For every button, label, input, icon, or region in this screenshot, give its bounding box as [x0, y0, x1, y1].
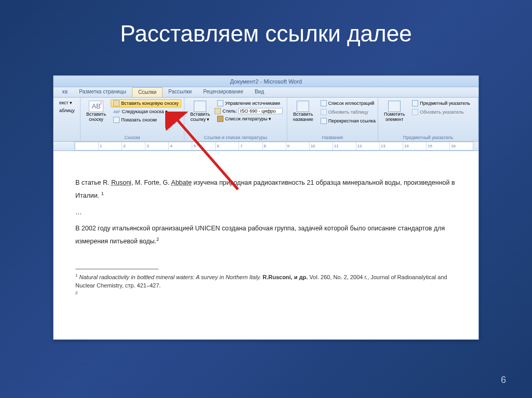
- update-index-icon: [412, 109, 418, 115]
- style-icon: [215, 108, 221, 114]
- ruler-mark: 13: [379, 142, 403, 150]
- horizontal-ruler[interactable]: 1 2 3 4 5 6 7 8 9 10 11 12 13 14 15 16: [54, 142, 478, 151]
- tab-view[interactable]: Вид: [249, 87, 270, 97]
- insert-caption-button[interactable]: Вставить название: [290, 99, 316, 124]
- endnote-icon: [113, 100, 119, 106]
- tab-partial-left[interactable]: ка: [57, 87, 73, 97]
- ribbon-tabstrip: ка Разметка страницы Ссылки Рассылки Рец…: [54, 87, 478, 98]
- index-icon: [412, 100, 418, 106]
- ruler-mark: 8: [262, 142, 286, 150]
- ribbon: екст ▾ аблицу AB Вставить сноску Вставит…: [54, 98, 478, 142]
- ruler-mark: 6: [215, 142, 238, 150]
- next-footnote-button[interactable]: AB¹ Следующая сноска ▾: [111, 108, 181, 115]
- ruler-mark: 14: [403, 142, 426, 150]
- footnote-1[interactable]: 1 Natural radioactivity in bottled miner…: [75, 272, 457, 290]
- group-index-label: Предметный указатель: [378, 135, 478, 140]
- insert-footnote-button[interactable]: AB Вставить сноску: [84, 99, 109, 124]
- sources-icon: [217, 100, 223, 106]
- ruler-mark: [75, 142, 98, 150]
- footnote-2[interactable]: 2: [75, 290, 457, 299]
- toc-table-button[interactable]: аблицу: [57, 107, 77, 114]
- footnote-ref-1: 1: [101, 191, 104, 196]
- slide-title: Расставляем ссылки далее: [0, 0, 532, 57]
- ruler-mark: 1: [98, 142, 122, 150]
- tab-page-layout[interactable]: Разметка страницы: [73, 87, 132, 97]
- biblio-icon: [217, 116, 223, 122]
- caption-icon: [297, 101, 309, 112]
- footnote-ref-2: 2: [156, 237, 159, 242]
- style-label: Стиль:: [222, 108, 237, 114]
- ruler-mark: 16: [449, 142, 473, 150]
- group-captions-label: Названия: [287, 135, 378, 140]
- tab-references[interactable]: Ссылки: [132, 87, 163, 97]
- ruler-mark: 11: [332, 142, 356, 150]
- update-icon: [321, 109, 327, 115]
- window-titlebar: Документ2 - Microsoft Word: [54, 76, 478, 87]
- ruler-mark: 4: [168, 142, 192, 150]
- citation-icon: [194, 101, 206, 112]
- ruler-mark: 2: [122, 142, 145, 150]
- word-window: Документ2 - Microsoft Word ка Разметка с…: [53, 75, 479, 340]
- ruler-mark: 10: [309, 142, 332, 150]
- list-illustrations-button[interactable]: Список иллюстраций: [318, 99, 378, 107]
- ruler-mark: 5: [192, 142, 215, 150]
- cross-reference-button[interactable]: Перекрестная ссылка: [318, 117, 378, 125]
- bibliography-button[interactable]: Список литературы ▾: [215, 115, 283, 123]
- insert-index-button[interactable]: Предметный указатель: [409, 99, 473, 107]
- ruler-mark: 12: [356, 142, 379, 150]
- paragraph-ellipsis[interactable]: …: [75, 207, 457, 219]
- insert-endnote-button[interactable]: Вставить концевую сноску: [111, 99, 181, 107]
- ruler-mark: 9: [286, 142, 309, 150]
- update-table-button[interactable]: Обновить таблицу: [318, 108, 378, 116]
- style-select[interactable]: ISO 690 - цифро: [238, 108, 283, 114]
- manage-sources-button[interactable]: Управление источниками: [215, 99, 283, 107]
- ruler-mark: 15: [426, 142, 449, 150]
- group-footnotes-label: Сноски: [81, 135, 184, 140]
- paragraph-1[interactable]: В статье R. Rusoni, M. Forte, G. Abbate …: [75, 177, 457, 202]
- paragraph-3[interactable]: В 2002 году итальянской организацией UNI…: [75, 223, 457, 248]
- illus-icon: [321, 100, 327, 106]
- document-area[interactable]: В статье R. Rusoni, M. Forte, G. Abbate …: [54, 151, 478, 339]
- footnote-separator: [75, 269, 158, 269]
- tab-mailings[interactable]: Рассылки: [163, 87, 197, 97]
- group-citations-label: Ссылки и списки литературы: [184, 135, 287, 140]
- mark-entry-button[interactable]: Пометить элемент: [381, 99, 407, 124]
- show-footnotes-button[interactable]: Показать сноски: [111, 116, 181, 124]
- ruler-mark: 3: [145, 142, 168, 150]
- mark-icon: [388, 101, 401, 112]
- ruler-mark: 7: [238, 142, 262, 150]
- insert-citation-button[interactable]: Вставить ссылку ▾: [188, 99, 212, 124]
- footnote-icon: AB: [89, 101, 103, 112]
- update-index-button[interactable]: Обновить указатель: [409, 108, 473, 116]
- tab-review[interactable]: Рецензирование: [197, 87, 249, 97]
- crossref-icon: [321, 118, 327, 124]
- toc-text-button[interactable]: екст ▾: [57, 99, 77, 106]
- slide-page-number: 6: [501, 375, 506, 386]
- show-notes-icon: [113, 117, 119, 123]
